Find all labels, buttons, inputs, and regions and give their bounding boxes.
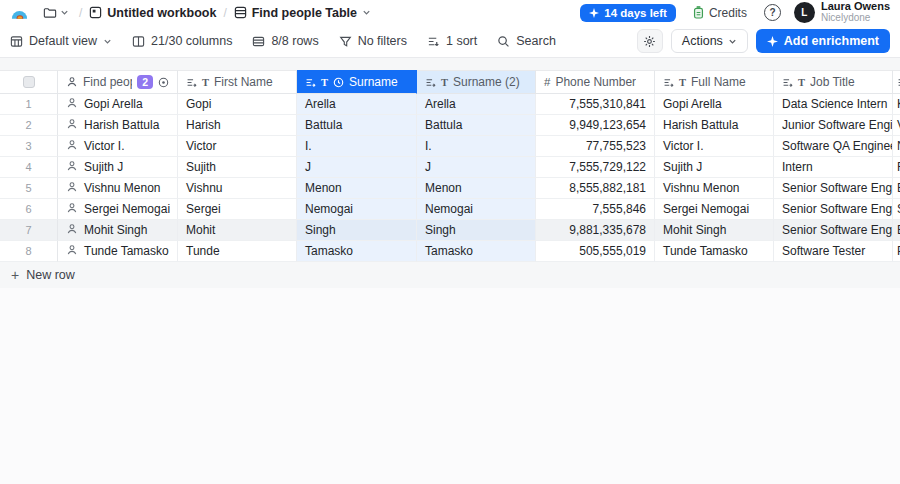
cell-surname2[interactable]: J (417, 157, 536, 178)
cell-surname2[interactable]: Singh (417, 220, 536, 241)
column-header-first_name[interactable]: TFirst Name (178, 70, 297, 94)
cell-job_title[interactable]: Intern (774, 157, 893, 178)
cell-surname2[interactable]: Tamasko (417, 241, 536, 262)
columns-visibility-button[interactable]: 21/30 columns (132, 34, 232, 48)
person-icon (66, 118, 78, 130)
cell-first_name[interactable]: Harish (178, 115, 297, 136)
cell-job_title[interactable]: Data Science Intern (774, 94, 893, 115)
filters-button[interactable]: No filters (339, 34, 407, 48)
cell-overflow[interactable]: V (893, 115, 900, 136)
cell-find_people[interactable]: Tunde Tamasko (58, 241, 178, 262)
sort-button[interactable]: 1 sort (427, 34, 477, 48)
cell-full_name[interactable]: Victor I. (655, 136, 774, 157)
cell-first_name[interactable]: Tunde (178, 241, 297, 262)
cell-full_name[interactable]: Harish Battula (655, 115, 774, 136)
cell-first_name[interactable]: Vishnu (178, 178, 297, 199)
cell-phone[interactable]: 77,755,523 (536, 136, 655, 157)
cell-job_title[interactable]: Senior Software Engineer (774, 178, 893, 199)
cell-text: Menon (425, 181, 462, 195)
cell-find_people[interactable]: Sergei Nemogai (58, 199, 178, 220)
search-button[interactable]: Search (497, 34, 556, 48)
run-count-badge: 2 (137, 75, 153, 90)
cell-first_name[interactable]: Sergei (178, 199, 297, 220)
cell-first_name[interactable]: Victor (178, 136, 297, 157)
cell-surname[interactable]: Arella (297, 94, 417, 115)
help-button[interactable]: ? (764, 4, 781, 21)
view-selector[interactable]: Default view (10, 34, 112, 48)
cell-full_name[interactable]: Sergei Nemogai (655, 199, 774, 220)
workspace-folder-button[interactable] (40, 4, 72, 21)
column-header-surname[interactable]: TSurname (297, 70, 417, 94)
cell-full_name[interactable]: Gopi Arella (655, 94, 774, 115)
cell-text: Mohit Singh (84, 223, 147, 237)
cell-full_name[interactable]: Vishnu Menon (655, 178, 774, 199)
rows-count-button[interactable]: 8/8 rows (252, 34, 318, 48)
clay-logo-icon[interactable] (10, 6, 29, 20)
column-label: Full Name (691, 75, 746, 89)
column-label: Job Title (810, 75, 855, 89)
cell-overflow[interactable]: K (893, 94, 900, 115)
cell-phone[interactable]: 9,949,123,654 (536, 115, 655, 136)
cell-overflow[interactable]: P (893, 241, 900, 262)
column-header-surname2[interactable]: TSurname (2) (417, 70, 536, 94)
cell-first_name[interactable]: Mohit (178, 220, 297, 241)
column-header-full_name[interactable]: TFull Name (655, 70, 774, 94)
column-header-phone[interactable]: #Phone Number (536, 70, 655, 94)
cell-surname2[interactable]: Arella (417, 94, 536, 115)
cell-overflow[interactable]: B (893, 220, 900, 241)
cell-job_title[interactable]: Senior Software Engineer (774, 220, 893, 241)
cell-find_people[interactable]: Gopi Arella (58, 94, 178, 115)
cell-phone[interactable]: 8,555,882,181 (536, 178, 655, 199)
cell-find_people[interactable]: Victor I. (58, 136, 178, 157)
cell-job_title[interactable]: Junior Software Engineer (774, 115, 893, 136)
cell-first_name[interactable]: Sujith (178, 157, 297, 178)
cell-surname[interactable]: I. (297, 136, 417, 157)
cell-phone[interactable]: 7,555,310,841 (536, 94, 655, 115)
cell-find_people[interactable]: Sujith J (58, 157, 178, 178)
cell-surname2[interactable]: Menon (417, 178, 536, 199)
cell-full_name[interactable]: Mohit Singh (655, 220, 774, 241)
column-header-job_title[interactable]: TJob Title (774, 70, 893, 94)
data-grid: Find people2TFirst NameTSurnameTSurname … (0, 70, 900, 262)
cell-surname[interactable]: Menon (297, 178, 417, 199)
cell-overflow[interactable]: N (893, 136, 900, 157)
user-menu[interactable]: L Laura Owens Nicelydone (794, 1, 890, 23)
cell-find_people[interactable]: Mohit Singh (58, 220, 178, 241)
table-settings-button[interactable] (637, 29, 663, 53)
cell-first_name[interactable]: Gopi (178, 94, 297, 115)
new-row-button[interactable]: + New row (0, 262, 893, 288)
breadcrumb-workbook[interactable]: Untitled workbook (89, 6, 216, 20)
cell-full_name[interactable]: Tunde Tamasko (655, 241, 774, 262)
cell-find_people[interactable]: Vishnu Menon (58, 178, 178, 199)
column-header-overflow[interactable] (893, 70, 900, 94)
select-all-checkbox[interactable] (23, 76, 35, 88)
cell-surname[interactable]: J (297, 157, 417, 178)
column-header-find_people[interactable]: Find people2 (58, 70, 178, 94)
breadcrumb-table[interactable]: Find people Table (234, 6, 371, 20)
cell-full_name[interactable]: Sujith J (655, 157, 774, 178)
trial-days-left-button[interactable]: 14 days left (580, 4, 676, 22)
cell-phone[interactable]: 9,881,335,678 (536, 220, 655, 241)
cell-surname[interactable]: Singh (297, 220, 417, 241)
add-enrichment-button[interactable]: Add enrichment (756, 29, 890, 53)
cell-find_people[interactable]: Harish Battula (58, 115, 178, 136)
cell-job_title[interactable]: Software QA Engineer (774, 136, 893, 157)
cell-surname[interactable]: Nemogai (297, 199, 417, 220)
cell-surname2[interactable]: Nemogai (417, 199, 536, 220)
cell-surname2[interactable]: Battula (417, 115, 536, 136)
cell-job_title[interactable]: Software Tester (774, 241, 893, 262)
cell-overflow[interactable]: B (893, 178, 900, 199)
cell-overflow[interactable]: F (893, 157, 900, 178)
cell-phone[interactable]: 7,555,729,122 (536, 157, 655, 178)
cell-surname[interactable]: Battula (297, 115, 417, 136)
cell-phone[interactable]: 505,555,019 (536, 241, 655, 262)
cell-job_title[interactable]: Senior Software Engineer (774, 199, 893, 220)
cell-text: Arella (425, 97, 456, 111)
credits-button[interactable]: Credits (687, 5, 753, 21)
run-settings-icon[interactable] (158, 77, 169, 88)
cell-phone[interactable]: 7,555,846 (536, 199, 655, 220)
cell-surname2[interactable]: I. (417, 136, 536, 157)
cell-surname[interactable]: Tamasko (297, 241, 417, 262)
cell-overflow[interactable]: S (893, 199, 900, 220)
actions-button[interactable]: Actions (671, 29, 748, 53)
